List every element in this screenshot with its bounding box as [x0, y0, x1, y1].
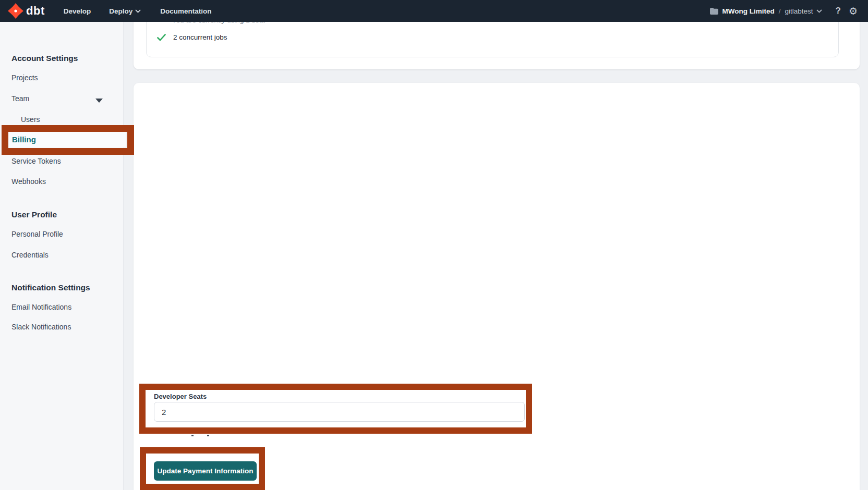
sidebar-item-billing[interactable]: Billing: [8, 131, 126, 148]
sidebar-item-webhooks[interactable]: Webhooks: [11, 177, 46, 186]
nav-item-develop[interactable]: Develop: [64, 7, 91, 15]
chevron-down-icon: [816, 9, 822, 13]
sidebar-item-slack-notifications[interactable]: Slack Notifications: [11, 323, 71, 331]
sidebar-item-team[interactable]: Team: [11, 94, 29, 103]
sidebar-item-users[interactable]: Users: [21, 115, 40, 124]
dbt-logo[interactable]: dbt: [8, 3, 45, 19]
nav-item-documentation[interactable]: Documentation: [160, 7, 211, 15]
folder-icon: [710, 8, 718, 15]
developer-seats-label: Developer Seats: [154, 393, 207, 400]
chevron-down-icon[interactable]: [95, 99, 103, 103]
sidebar-heading-account-settings: Account Settings: [11, 54, 78, 63]
settings-sidebar: Account Settings Projects Team Users Bil…: [0, 22, 124, 490]
help-icon[interactable]: ?: [836, 6, 841, 16]
developer-seats-input[interactable]: [154, 402, 525, 422]
sidebar-item-email-notifications[interactable]: Email Notifications: [11, 303, 71, 311]
plan-feature-label: 2 concurrent jobs: [173, 33, 227, 41]
brand-name: dbt: [26, 4, 45, 18]
sidebar-heading-notification-settings: Notification Settings: [11, 283, 90, 292]
sidebar-heading-user-profile: User Profile: [11, 210, 57, 219]
check-icon: [157, 34, 166, 41]
sidebar-item-projects[interactable]: Projects: [11, 74, 38, 82]
clipped-text-remnant: [207, 435, 209, 436]
breadcrumb-separator: /: [779, 7, 781, 15]
nav-item-deploy[interactable]: Deploy: [109, 7, 141, 15]
app-window: dbt Develop Deploy Documentation MWong L…: [0, 0, 868, 490]
project-switcher[interactable]: gitlabtest: [785, 7, 822, 15]
chevron-down-icon: [135, 9, 141, 13]
sidebar-item-personal-profile[interactable]: Personal Profile: [11, 230, 63, 238]
top-navbar: dbt Develop Deploy Documentation MWong L…: [0, 0, 868, 22]
sidebar-item-credentials[interactable]: Credentials: [11, 251, 49, 259]
update-payment-button[interactable]: Update Payment Information: [154, 461, 257, 481]
gear-icon[interactable]: ⚙: [849, 6, 858, 16]
dbt-logo-icon: [8, 3, 23, 19]
clipped-text-remnant: [191, 435, 194, 436]
sidebar-item-service-tokens[interactable]: Service Tokens: [11, 157, 61, 165]
payment-details-card: [134, 83, 860, 490]
account-org-name[interactable]: MWong Limited: [722, 7, 775, 15]
plan-feature-row: 2 concurrent jobs: [157, 33, 227, 41]
